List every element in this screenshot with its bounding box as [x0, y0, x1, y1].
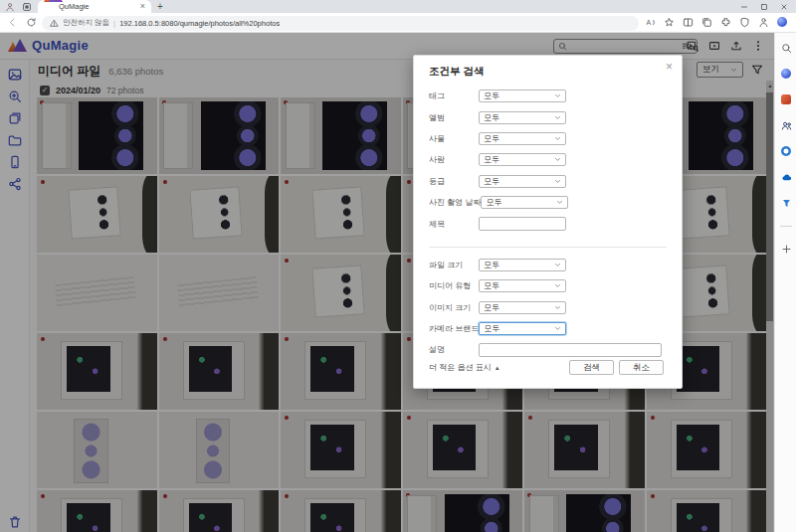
camera-brand-select[interactable]: 모두 [479, 322, 566, 335]
refresh-icon[interactable] [26, 17, 37, 28]
tab-close-icon[interactable]: × [140, 2, 145, 11]
plus-icon[interactable] [781, 244, 792, 255]
file-size-field-row: 파일 크기모두 [414, 255, 682, 275]
people-field-row: 사람모두 [414, 149, 682, 170]
things-selected-value: 모두 [484, 133, 499, 144]
camera-brand-field-row: 카메라 브랜드모두 [414, 318, 682, 339]
description-label: 설명 [429, 344, 479, 355]
address-url: 192.168.0.5:8080/qumagie/photos/all%20ph… [119, 19, 280, 28]
rating-label: 등급 [429, 176, 479, 187]
description-input[interactable] [479, 343, 662, 357]
edge-sidebar [774, 33, 796, 532]
tag-selected-value: 모두 [484, 90, 499, 101]
person-icon[interactable] [758, 17, 769, 28]
m365-icon[interactable] [781, 94, 792, 105]
browser-tab-strip: QuMagie × + [0, 0, 796, 13]
minimize-icon[interactable] [740, 3, 748, 11]
media-type-field-row: 미디어 유형모두 [414, 275, 682, 296]
edge-sidebar-items [775, 43, 796, 255]
modal-title: 조건부 검색 [429, 65, 484, 79]
screen: QuMagie × + 안전하지 않음 | 192.168.0.5:8080/q… [0, 0, 796, 532]
svg-text:A: A [646, 19, 651, 26]
chevron-down-icon [554, 92, 561, 99]
less-options-label: 더 적은 옵션 표시 [429, 362, 492, 373]
extensions-icon[interactable] [720, 17, 731, 28]
chevron-down-icon [554, 262, 561, 268]
chevron-down-icon [554, 156, 561, 163]
star-icon[interactable] [664, 17, 675, 28]
chevron-down-icon [554, 114, 561, 121]
image-size-select[interactable]: 모두 [479, 301, 566, 314]
chevron-down-icon [554, 135, 561, 142]
chevron-down-icon [556, 199, 563, 206]
chevron-up-icon: ▲ [495, 365, 500, 371]
search-button[interactable]: 검색 [569, 360, 614, 375]
modal-fields: 태그모두앨범모두사물모두사람모두등급모두사진 촬영 날짜모두제목파일 크기모두미… [414, 86, 682, 361]
album-selected-value: 모두 [484, 112, 499, 123]
tag-field-row: 태그모두 [414, 86, 682, 106]
people-icon[interactable] [781, 120, 792, 131]
copilot-icon[interactable] [777, 17, 788, 28]
browser-toolbar: 안전하지 않음 | 192.168.0.5:8080/qumagie/photo… [0, 13, 796, 33]
people-label: 사람 [429, 154, 479, 165]
chevron-down-icon [554, 304, 561, 311]
split-icon[interactable] [683, 17, 694, 28]
media-type-select[interactable]: 모두 [479, 279, 566, 292]
taken-date-select[interactable]: 모두 [481, 196, 568, 209]
things-select[interactable]: 모두 [479, 132, 566, 145]
taken-date-label: 사진 촬영 날짜 [429, 197, 481, 208]
browser-profile-icon[interactable] [5, 2, 15, 12]
less-options-link[interactable]: 더 적은 옵션 표시 ▲ [429, 362, 500, 373]
browser-tab[interactable]: QuMagie × [38, 0, 151, 13]
tag-select[interactable]: 모두 [479, 89, 566, 102]
camera-brand-selected-value: 모두 [484, 323, 499, 334]
people-selected-value: 모두 [484, 154, 499, 165]
maximize-icon[interactable] [760, 3, 768, 11]
things-field-row: 사물모두 [414, 128, 682, 149]
not-secure-warning-icon[interactable] [50, 19, 59, 28]
chevron-down-icon [554, 178, 561, 185]
search-icon[interactable] [781, 43, 792, 54]
tab-title: QuMagie [59, 2, 136, 11]
qumagie-favicon [44, 2, 55, 11]
onedrive-icon[interactable] [781, 172, 792, 183]
new-tab-button[interactable]: + [157, 1, 163, 12]
title-input[interactable] [479, 217, 566, 231]
chevron-down-icon [554, 325, 561, 332]
collections-icon[interactable] [701, 17, 712, 28]
designer-icon[interactable] [781, 146, 792, 157]
shield-icon[interactable] [739, 17, 750, 28]
file-size-selected-value: 모두 [484, 260, 499, 270]
rating-selected-value: 모두 [484, 176, 499, 187]
album-label: 앨범 [429, 112, 479, 123]
rating-select[interactable]: 모두 [479, 175, 566, 188]
copilot-icon[interactable] [781, 69, 792, 80]
taken-date-field-row: 사진 촬영 날짜모두 [414, 192, 682, 213]
people-select[interactable]: 모두 [479, 153, 566, 166]
description-field-row: 설명 [414, 339, 682, 360]
image-size-label: 이미지 크기 [429, 302, 479, 313]
album-select[interactable]: 모두 [479, 111, 566, 124]
title-label: 제목 [429, 219, 479, 230]
close-icon[interactable]: × [666, 61, 673, 73]
conditional-search-modal: 조건부 검색 × 태그모두앨범모두사물모두사람모두등급모두사진 촬영 날짜모두제… [413, 55, 683, 389]
chevron-down-icon [554, 282, 561, 289]
modal-footer: 더 적은 옵션 표시 ▲ 검색 취소 [429, 360, 664, 375]
taken-date-selected-value: 모두 [486, 197, 501, 208]
file-size-select[interactable]: 모두 [479, 259, 566, 271]
image-size-selected-value: 모두 [484, 302, 499, 313]
back-icon[interactable] [7, 17, 18, 28]
drop-icon[interactable] [781, 198, 792, 209]
tab-activity-icon[interactable] [22, 2, 32, 12]
media-type-label: 미디어 유형 [429, 280, 479, 291]
close-icon[interactable] [780, 3, 788, 11]
cancel-button[interactable]: 취소 [619, 360, 664, 375]
read-aloud-icon[interactable]: A [645, 17, 656, 28]
address-bar[interactable]: 안전하지 않음 | 192.168.0.5:8080/qumagie/photo… [42, 16, 639, 31]
rail-divider [780, 226, 792, 227]
address-separator: | [113, 19, 115, 28]
media-type-selected-value: 모두 [484, 280, 499, 291]
album-field-row: 앨범모두 [414, 106, 682, 127]
toolbar-icons: A [645, 17, 788, 28]
image-size-field-row: 이미지 크기모두 [414, 297, 682, 318]
